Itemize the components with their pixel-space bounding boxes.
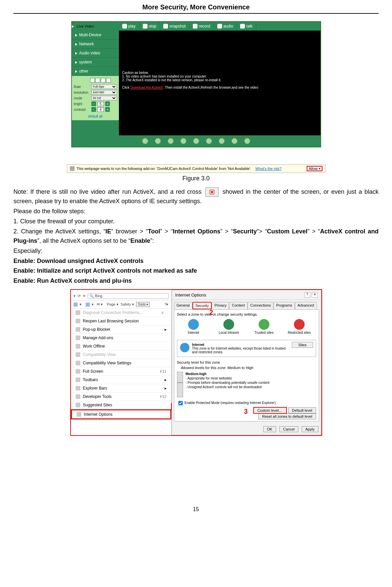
tools-menu[interactable]: Tools ▾	[136, 302, 150, 307]
btn-label: snapshot	[169, 24, 186, 29]
download-activex-link[interactable]: Download the ActiveX	[130, 86, 163, 89]
chevron-right-icon	[75, 34, 77, 37]
contrast-minus[interactable]: −	[91, 107, 96, 112]
tab-advanced[interactable]: Advanced	[295, 302, 317, 309]
btn-label: record	[199, 24, 210, 29]
tab-privacy[interactable]: Privacy	[212, 302, 229, 309]
nav-label: Network	[79, 42, 94, 46]
talk-button[interactable]: talk	[237, 22, 256, 31]
menu-internet-options[interactable]: Internet Options	[71, 409, 171, 419]
menu-popup[interactable]: Pop-up Blocker▸	[71, 325, 171, 334]
resolution-label: resolution	[74, 91, 90, 94]
ptz-dot[interactable]	[155, 138, 161, 144]
contrast-plus[interactable]: +	[105, 107, 110, 112]
tab-content[interactable]: Content	[229, 302, 248, 309]
whats-the-risk-link[interactable]: What's the risk?	[255, 167, 281, 171]
default-all-link[interactable]: default all	[74, 115, 117, 118]
page-number: 15	[13, 506, 379, 512]
zone-intranet[interactable]: Local intranet	[217, 319, 241, 334]
sites-button[interactable]: Sites	[292, 342, 313, 348]
bright-label: bright	[74, 102, 90, 106]
security-slider[interactable]	[177, 372, 183, 397]
page-menu[interactable]: Page ▾	[107, 302, 119, 307]
menu-fullscreen[interactable]: Full ScreenF11	[71, 367, 171, 376]
chevron-right-icon	[75, 52, 77, 55]
protected-mode-checkbox[interactable]	[178, 401, 183, 405]
default-level-button[interactable]: Default level	[288, 407, 316, 413]
contrast-value: 4	[97, 107, 104, 112]
layout-grid[interactable]	[90, 78, 111, 83]
chevron-right-icon	[75, 61, 77, 64]
stop-button[interactable]: stop	[139, 22, 160, 31]
search-box[interactable]: 🔍 Bing	[88, 293, 169, 299]
nav-system[interactable]: system	[72, 58, 119, 67]
custom-level-button[interactable]: 3 Custom level...	[253, 407, 287, 414]
ptz-dot[interactable]	[168, 138, 174, 144]
figure-3-0: Live Video play stop snapshot record aud…	[13, 21, 379, 147]
nav-network[interactable]: Network	[72, 40, 119, 49]
help-button[interactable]: ?	[304, 292, 310, 298]
record-button[interactable]: record	[189, 22, 214, 31]
menu-explorer-bars[interactable]: Explorer Bars▸	[71, 384, 171, 393]
bright-minus[interactable]: −	[91, 101, 96, 106]
nav-multi-device[interactable]: Multi-Device	[72, 31, 119, 40]
bright-plus[interactable]: +	[105, 101, 110, 106]
mode-select[interactable]: 50 HZ	[91, 96, 117, 100]
menu-suggested[interactable]: Suggested Sites 1	[71, 401, 171, 409]
select-zone-label: Select a zone to view or change security…	[177, 312, 316, 316]
reset-zones-button[interactable]: Reset all zones to default level	[258, 413, 316, 419]
addon-icon	[70, 166, 75, 171]
cancel-button[interactable]: Cancel	[279, 426, 298, 432]
apply-button[interactable]: Apply	[302, 426, 318, 432]
close-button[interactable]: ✕	[312, 292, 318, 298]
tab-connections[interactable]: Connections	[248, 302, 273, 309]
menu-reopen[interactable]: Reopen Last Browsing Session	[71, 317, 171, 325]
popup-icon	[76, 327, 80, 332]
tab-general[interactable]: General	[174, 302, 192, 309]
enable-line: Enable: Download unsigned ActiveX contro…	[13, 257, 379, 266]
internet-icon	[180, 343, 189, 352]
snapshot-button[interactable]: snapshot	[160, 22, 189, 31]
ptz-dot[interactable]	[206, 138, 212, 144]
callout-3: 3	[244, 408, 248, 415]
safety-menu[interactable]: Safety ▾	[121, 302, 134, 307]
tab-programs[interactable]: Programs	[273, 302, 295, 309]
menu-compat-settings[interactable]: Compatibility View Settings	[71, 359, 171, 367]
click-text: Click	[122, 86, 130, 89]
menu-offline[interactable]: Work Offline	[71, 342, 171, 351]
zone-internet[interactable]: Internet	[182, 319, 205, 334]
play-button[interactable]: play	[119, 22, 139, 31]
menu-diagnose: Diagnose Connection Problems...x	[71, 309, 171, 317]
nav-label: Live Video	[77, 24, 94, 28]
ie-addon-bar: This webpage wants to run the following …	[13, 164, 379, 173]
ptz-dot[interactable]	[180, 138, 186, 144]
ptz-dot[interactable]	[219, 138, 225, 144]
menu-devtools[interactable]: Developer ToolsF12	[71, 393, 171, 401]
dialog-title: Internet Options	[175, 292, 207, 298]
nav-live-video[interactable]: Live Video	[72, 24, 119, 28]
close-icon[interactable]: x	[162, 310, 164, 315]
level-desc: - Appropriate for most websites	[177, 376, 316, 380]
menu-addons[interactable]: Manage Add-ons	[71, 334, 171, 342]
audio-button[interactable]: audio	[214, 22, 237, 31]
resolution-select[interactable]: 640*480	[91, 90, 117, 95]
header-rule	[13, 13, 379, 14]
ie-options-figure: ▾⟳ ✕ 🔍 Bing ▾ ▾ ✉ ▾ Page ▾ Safety ▾ Tool…	[13, 289, 379, 436]
ptz-dot[interactable]	[193, 138, 199, 144]
nav-other[interactable]: other	[72, 67, 119, 76]
ptz-dot[interactable]	[244, 138, 250, 144]
addon-msg: This webpage wants to run the following …	[77, 167, 252, 171]
ptz-dot[interactable]	[231, 138, 237, 144]
menu-toolbars[interactable]: Toolbars▸	[71, 376, 171, 384]
nav-audio-video[interactable]: Audio video	[72, 49, 119, 58]
ok-button[interactable]: OK	[263, 426, 276, 432]
tab-security[interactable]: Security 2	[192, 302, 212, 309]
level-desc: - Prompts before downloading potentially…	[177, 380, 316, 385]
ptz-dot[interactable]	[142, 138, 148, 144]
rate-select[interactable]: Full-Spe	[91, 84, 117, 89]
compat-settings-icon	[76, 361, 80, 365]
zone-restricted[interactable]: Restricted sites	[288, 319, 311, 334]
zone-trusted[interactable]: Trusted sites	[252, 319, 276, 334]
zone-description: This zone is for Internet websites, exce…	[192, 347, 286, 354]
allow-button[interactable]: Allow	[307, 166, 322, 171]
